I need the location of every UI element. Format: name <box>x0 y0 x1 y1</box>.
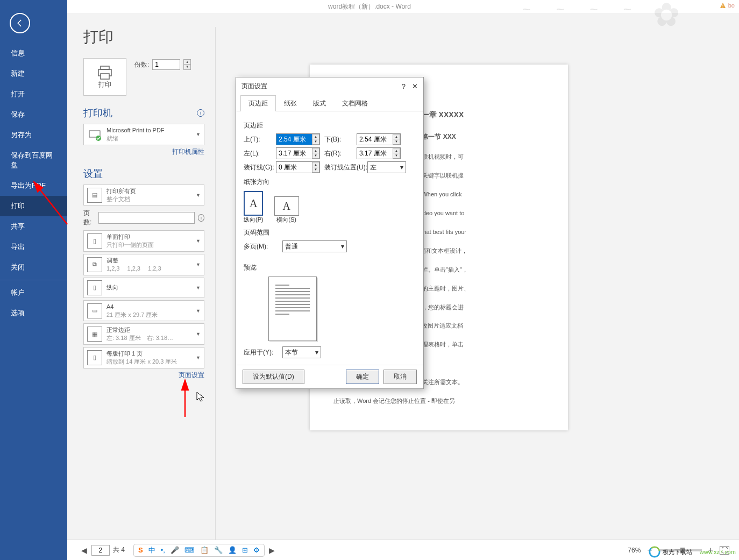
copies-spinner[interactable]: ▲▼ <box>183 59 191 70</box>
window-title: word教程（新）.docx - Word <box>328 2 411 11</box>
dialog-tabs: 页边距 纸张 版式 文档网格 <box>236 95 423 111</box>
setting-paper-size[interactable]: ▭ A421 厘米 x 29.7 厘米 ▼ <box>83 300 204 322</box>
setting-orientation[interactable]: ▯ 纵向 ▼ <box>83 278 204 298</box>
nav-new[interactable]: 新建 <box>0 63 67 84</box>
chevron-up-icon[interactable]: ▲ <box>184 60 190 65</box>
gutter-input[interactable]: ▲▼ <box>276 161 320 173</box>
orientation-icon: ▯ <box>87 280 102 295</box>
next-page-button[interactable]: ▶ <box>265 546 279 555</box>
margins-icon: ▦ <box>87 327 102 342</box>
chevron-down-icon: ▼ <box>196 262 201 267</box>
dialog-preview <box>268 277 317 341</box>
ime-logo-icon[interactable]: S <box>138 546 143 554</box>
chevron-down-icon: ▼ <box>196 355 201 360</box>
decoration-birds: ~ ~ ~ ~ <box>523 1 642 18</box>
page-title: 打印 <box>83 27 204 47</box>
nav-export-pdf[interactable]: 导出为PDF <box>0 175 67 196</box>
chevron-down-icon: ▼ <box>196 285 201 290</box>
apply-select[interactable]: 本节▾ <box>282 346 321 358</box>
printer-properties-link[interactable]: 打印机属性 <box>83 147 204 157</box>
chevron-down-icon: ▾ <box>315 349 318 356</box>
dialog-titlebar: 页面设置 ? ✕ <box>236 77 423 95</box>
bottom-label: 下(B): <box>324 135 352 144</box>
gutter-label: 装订线(G): <box>244 163 280 172</box>
chevron-down-icon: ▼ <box>196 132 201 137</box>
ime-toolbar[interactable]: S 中 •, 🎤 ⌨ 📋 🔧 👤 ⊞ ⚙ <box>133 544 265 557</box>
nav-export[interactable]: 导出 <box>0 237 67 257</box>
nav-print[interactable]: 打印 <box>0 196 67 216</box>
close-button[interactable]: ✕ <box>412 82 418 90</box>
printer-heading: 打印机 i <box>83 107 204 119</box>
sides-icon: ▯ <box>87 233 102 249</box>
ime-grid-icon[interactable]: ⊞ <box>242 546 248 554</box>
prev-page-button[interactable]: ◀ <box>77 546 91 555</box>
landscape-icon: A <box>274 196 299 216</box>
pages-input[interactable] <box>98 212 195 224</box>
nav-share[interactable]: 共享 <box>0 216 67 237</box>
svg-rect-5 <box>101 74 109 79</box>
svg-rect-4 <box>101 66 109 69</box>
nav-baidu[interactable]: 保存到百度网盘 <box>0 145 67 175</box>
setting-collate[interactable]: ⧉ 调整1,2,3 1,2,3 1,2,3 ▼ <box>83 254 204 275</box>
watermark-2: www.xz7.com <box>700 549 736 555</box>
printer-selector[interactable]: Microsoft Print to PDF 就绪 ▼ <box>83 124 204 145</box>
orientation-portrait[interactable]: A 纵向(P) <box>244 191 264 224</box>
chevron-down-icon: ▼ <box>196 308 201 314</box>
ime-keyboard-icon[interactable]: ⌨ <box>184 546 195 554</box>
page-setup-link[interactable]: 页面设置 <box>83 371 204 380</box>
tab-margins[interactable]: 页边距 <box>240 95 276 111</box>
nav-close[interactable]: 关闭 <box>0 257 67 278</box>
info-icon[interactable]: i <box>198 214 204 222</box>
ime-user-icon[interactable]: 👤 <box>228 546 237 554</box>
back-button[interactable] <box>10 13 30 33</box>
print-button[interactable]: 打印 <box>83 58 126 96</box>
info-icon[interactable]: i <box>197 109 204 117</box>
user-badge: bo <box>720 2 735 9</box>
set-default-button[interactable]: 设为默认值(D) <box>243 370 304 384</box>
ime-lang[interactable]: 中 <box>148 545 155 555</box>
backstage-sidebar: 信息 新建 打开 保存 另存为 保存到百度网盘 导出为PDF 打印 共享 导出 … <box>0 0 67 560</box>
chevron-down-icon[interactable]: ▼ <box>184 65 190 69</box>
nav-info[interactable]: 信息 <box>0 43 67 63</box>
ime-gear-icon[interactable]: ⚙ <box>253 546 260 554</box>
cancel-button[interactable]: 取消 <box>383 370 417 384</box>
nav-saveas[interactable]: 另存为 <box>0 125 67 145</box>
arrow-left-icon <box>15 18 25 28</box>
left-label: 左(L): <box>244 149 272 158</box>
ime-punct-icon[interactable]: •, <box>161 546 165 554</box>
nav-account[interactable]: 帐户 <box>0 282 67 303</box>
preview-group-label: 预览 <box>244 263 416 272</box>
bottom-input[interactable]: ▲▼ <box>357 133 401 145</box>
chevron-down-icon: ▼ <box>196 331 201 337</box>
setting-margins[interactable]: ▦ 正常边距左: 3.18 厘米 右: 3.18… ▼ <box>83 323 204 345</box>
sheet-icon: ▯ <box>87 350 102 365</box>
ime-mic-icon[interactable]: 🎤 <box>170 546 179 554</box>
setting-sides[interactable]: ▯ 单面打印只打印一侧的页面 ▼ <box>83 230 204 252</box>
setting-pages-scope[interactable]: ▤ 打印所有页整个文档 ▼ <box>83 185 204 206</box>
right-input[interactable]: ▲▼ <box>357 147 401 159</box>
top-input[interactable]: ▲▼ <box>276 133 320 145</box>
nav-save[interactable]: 保存 <box>0 104 67 125</box>
ime-clipboard-icon[interactable]: 📋 <box>200 546 209 554</box>
ime-tool-icon[interactable]: 🔧 <box>214 546 223 554</box>
help-button[interactable]: ? <box>402 82 406 90</box>
multipage-label: 多页(M): <box>244 242 278 251</box>
chevron-down-icon: ▾ <box>400 164 403 171</box>
dialog-title: 页面设置 <box>241 82 267 91</box>
gutter-pos-select[interactable]: 左▾ <box>367 161 406 173</box>
tab-grid[interactable]: 文档网格 <box>334 95 376 111</box>
ok-button[interactable]: 确定 <box>346 370 379 384</box>
gutter-pos-label: 装订线位置(U): <box>324 163 372 172</box>
copies-input[interactable] <box>152 59 180 70</box>
page-number-input[interactable] <box>91 545 110 556</box>
setting-pages-per-sheet[interactable]: ▯ 每版打印 1 页缩放到 14 厘米 x 20.3 厘米 ▼ <box>83 347 204 368</box>
logo-icon <box>649 546 660 558</box>
nav-open[interactable]: 打开 <box>0 84 67 104</box>
left-input[interactable]: ▲▼ <box>276 147 320 159</box>
tab-paper[interactable]: 纸张 <box>276 95 305 111</box>
nav-options[interactable]: 选项 <box>0 303 67 323</box>
portrait-icon: A <box>244 191 263 216</box>
tab-layout[interactable]: 版式 <box>305 95 334 111</box>
multipage-select[interactable]: 普通▾ <box>282 240 347 252</box>
orientation-landscape[interactable]: A 横向(S) <box>274 191 299 224</box>
